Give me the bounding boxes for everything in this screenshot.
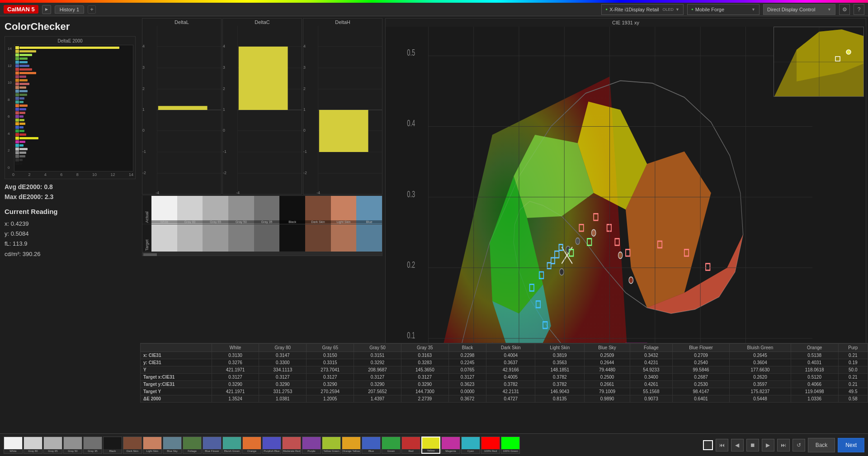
calman-logo[interactable]: CalMAN 5 [4, 5, 38, 14]
de-color-swatch [15, 104, 19, 107]
svg-text:-2: -2 [142, 171, 146, 175]
color-chip-swatch [402, 437, 420, 449]
add-tab-button[interactable]: + [88, 5, 96, 14]
layout-icon-button[interactable] [703, 440, 713, 450]
color-chip-swatch [203, 437, 221, 449]
table-cell: 0.4261 [630, 381, 672, 388]
play-back-button[interactable]: ◀ [731, 439, 744, 451]
strip-scrollbar[interactable] [142, 252, 382, 256]
color-chip[interactable]: Purplish Blue [262, 437, 281, 454]
cie-inset-svg [774, 27, 864, 97]
device3-dropdown[interactable]: Direct Display Control ▼ [763, 4, 835, 15]
x-value: x: 0.4239 [5, 219, 136, 229]
color-chip[interactable]: Blue [362, 437, 381, 454]
color-chip[interactable]: Gray 35 [83, 437, 102, 454]
color-chip[interactable]: Yellow [421, 437, 440, 454]
table-row-label: Target x:CIE31 [141, 374, 212, 381]
de-bar [19, 83, 29, 85]
color-chip[interactable]: Gray 50 [63, 437, 82, 454]
color-chip[interactable]: Green [382, 437, 401, 454]
color-chip[interactable]: Purple [302, 437, 321, 454]
svg-text:1: 1 [303, 107, 306, 112]
back-button[interactable]: Back [808, 438, 835, 452]
color-chip-label: 100% Green [501, 449, 519, 453]
color-chip[interactable]: Gray 80 [24, 437, 42, 454]
color-chip-label: Black [104, 449, 122, 453]
table-cell: 119.0498 [791, 388, 838, 395]
color-chip-swatch [243, 437, 261, 449]
de-bar [19, 68, 32, 71]
color-chip[interactable]: Cyan [461, 437, 480, 454]
color-chip[interactable]: Black [103, 437, 122, 454]
de-bar-row [15, 86, 132, 89]
history-tab[interactable]: History 1 [55, 5, 84, 14]
color-chip[interactable]: Orange Yellow [342, 437, 361, 454]
stop-button[interactable]: ⏹ [746, 439, 759, 451]
next-button[interactable]: Next [838, 438, 864, 452]
svg-text:0: 0 [303, 128, 306, 133]
color-chip[interactable]: Blue Flower [203, 437, 222, 454]
color-chip[interactable]: Orange [242, 437, 261, 454]
table-cell: 0.3782 [535, 381, 585, 388]
color-chip[interactable]: Foliage [183, 437, 202, 454]
table-cell: 79.4480 [585, 366, 630, 374]
svg-text:-4: -4 [156, 190, 159, 194]
reload-button[interactable]: ↺ [793, 439, 805, 451]
de-color-swatch [15, 61, 19, 64]
table-cell: 207.5652 [354, 388, 401, 395]
table-cell: 98.4147 [673, 388, 730, 395]
table-cell: 0.6401 [673, 395, 730, 403]
de-bar [19, 112, 25, 114]
color-chip[interactable]: White [4, 437, 23, 454]
de-x-axis: 0 2 4 6 8 10 12 14 [7, 171, 133, 177]
help-button[interactable]: ? [854, 4, 864, 15]
table-cell: 0.3290 [307, 381, 354, 388]
de-bar [19, 101, 24, 103]
color-chip[interactable]: Blue Sky [163, 437, 182, 454]
color-chip-label: Gray 80 [24, 449, 42, 453]
strip-scrollbar-thumb[interactable] [143, 253, 157, 256]
svg-text:0.4: 0.4 [407, 119, 415, 129]
table-cell: 0.2500 [585, 374, 630, 381]
play-forward-button[interactable]: ▶ [762, 439, 774, 451]
table-cell: 1.0381 [259, 395, 307, 403]
color-chip[interactable]: Magenta [441, 437, 460, 454]
table-row: Target y:CIE310.32900.32900.32900.32900.… [141, 381, 868, 388]
table-cell: 0.3127 [354, 374, 401, 381]
de-bar-row [15, 75, 132, 78]
skip-forward-button[interactable]: ⏭ [777, 439, 790, 451]
color-chip[interactable]: Gray 65 [43, 437, 62, 454]
table-cell: 0.3672 [448, 395, 486, 403]
table-cell: 144.7300 [401, 388, 448, 395]
target-color-patch [279, 224, 305, 252]
device2-dropdown[interactable]: Mobile Forge ▼ [687, 4, 760, 15]
de-bar [19, 123, 25, 125]
color-chip[interactable]: Moderate Red [282, 437, 301, 454]
color-chip[interactable]: Red [401, 437, 420, 454]
color-chip[interactable]: Bluish Green [222, 437, 241, 454]
de-bar [19, 86, 26, 89]
color-chip[interactable]: 100% Red [481, 437, 500, 454]
svg-text:2: 2 [303, 86, 306, 91]
table-cell: 0.2687 [673, 374, 730, 381]
device1-dropdown[interactable]: X-Rite i1Display Retail OLED ▼ [601, 4, 684, 15]
de-bar [19, 115, 24, 118]
settings-button[interactable]: ⚙ [839, 4, 850, 15]
de-color-swatch [15, 100, 19, 104]
color-chip-swatch [462, 437, 480, 449]
color-chip-label: Blue Flower [203, 449, 221, 453]
color-chip[interactable]: Light Skin [143, 437, 162, 454]
color-chip[interactable]: Yellow Green [322, 437, 341, 454]
de-color-swatch [15, 133, 19, 136]
transport-button[interactable]: ▶ [42, 5, 51, 14]
de-bar [19, 94, 27, 96]
col-header-gray50: Gray 50 [354, 344, 401, 352]
skip-back-button[interactable]: ⏮ [716, 439, 728, 451]
svg-text:2: 2 [142, 86, 145, 91]
de-bar-row [15, 50, 132, 53]
color-chip[interactable]: 100% Green [501, 437, 520, 454]
svg-rect-33 [239, 47, 288, 110]
de-bar [19, 79, 28, 81]
de-bar-row [15, 90, 132, 93]
color-chip[interactable]: Dark Skin [123, 437, 142, 454]
